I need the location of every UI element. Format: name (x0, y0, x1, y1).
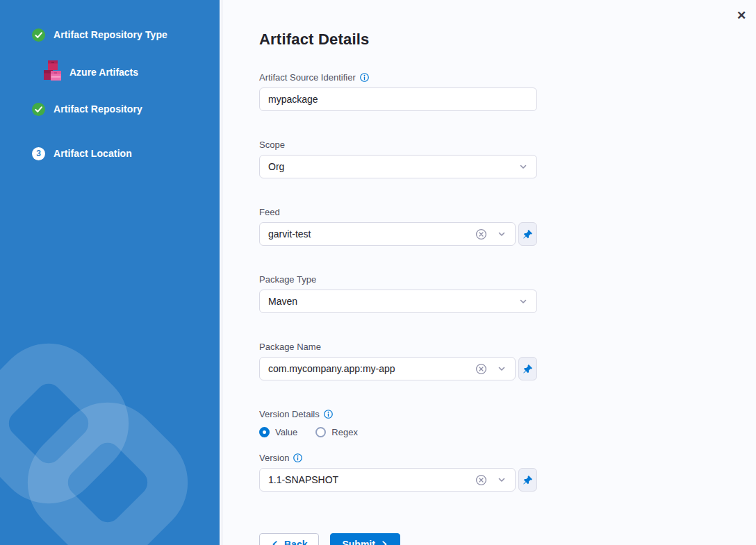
field-label: Package Name (259, 342, 321, 352)
field-label: Scope (259, 140, 285, 150)
field-scope: Scope Org (259, 140, 537, 178)
info-icon[interactable] (293, 453, 302, 462)
clear-icon[interactable] (475, 363, 487, 375)
scope-select[interactable]: Org (259, 155, 537, 178)
chevron-down-icon[interactable] (497, 364, 507, 374)
pin-button[interactable] (518, 222, 537, 246)
radio-label: Value (275, 427, 297, 437)
field-package-name: Package Name com.mycompany.app:my-app (259, 342, 537, 380)
field-version-details: Version Details Value Regex (259, 409, 537, 437)
sidebar-substep-label: Azure Artifacts (69, 67, 138, 78)
close-button[interactable]: ✕ (732, 7, 750, 25)
feed-value: garvit-test (268, 228, 475, 240)
harness-logo-watermark (0, 323, 220, 545)
field-package-type: Package Type Maven (259, 274, 537, 313)
chevron-down-icon[interactable] (518, 162, 528, 171)
back-button[interactable]: Back (259, 533, 319, 545)
pin-icon (523, 364, 533, 374)
info-icon[interactable] (360, 73, 369, 82)
field-label: Version Details (259, 409, 320, 419)
chevron-right-icon (380, 540, 388, 545)
check-icon (32, 28, 45, 42)
field-artifact-source-identifier: Artifact Source Identifier (259, 72, 537, 111)
artifact-source-identifier-input[interactable] (259, 87, 537, 111)
feed-select[interactable]: garvit-test (259, 222, 516, 246)
page-title: Artifact Details (259, 31, 756, 49)
sidebar-step-label: Artifact Repository Type (54, 29, 167, 40)
field-label: Version (259, 453, 289, 463)
version-value: 1.1-SNAPSHOT (268, 474, 475, 485)
pin-icon (523, 229, 533, 240)
package-name-select[interactable]: com.mycompany.app:my-app (259, 357, 516, 380)
pin-button[interactable] (518, 357, 537, 380)
sidebar-step-artifact-location[interactable]: 3 Artifact Location (0, 146, 220, 160)
version-select[interactable]: 1.1-SNAPSHOT (259, 468, 516, 492)
sidebar-substep-azure-artifacts[interactable]: Azure Artifacts (0, 59, 220, 85)
back-button-label: Back (284, 539, 307, 545)
sidebar-step-label: Artifact Location (54, 148, 132, 159)
clear-icon[interactable] (475, 228, 487, 240)
sidebar-step-artifact-repository[interactable]: Artifact Repository (0, 102, 220, 116)
step-number-badge: 3 (32, 147, 45, 160)
artifact-details-form: Artifact Source Identifier Scope Org (259, 72, 537, 545)
field-label: Artifact Source Identifier (259, 72, 356, 83)
scope-value: Org (268, 161, 518, 172)
wizard-sidebar: Artifact Repository Type (0, 0, 220, 545)
submit-button-label: Submit (342, 539, 375, 545)
radio-regex[interactable]: Regex (315, 427, 358, 437)
radio-label: Regex (331, 427, 358, 437)
artifact-wizard-modal: Artifact Repository Type (0, 0, 756, 545)
submit-button[interactable]: Submit (330, 533, 400, 545)
field-version: Version 1.1-SNAPSHOT (259, 453, 537, 492)
check-icon (32, 103, 45, 116)
radio-circle-icon (315, 427, 326, 437)
chevron-down-icon[interactable] (518, 296, 528, 306)
radio-value[interactable]: Value (259, 427, 297, 437)
pin-icon (523, 475, 533, 485)
pin-button[interactable] (518, 468, 537, 492)
package-type-select[interactable]: Maven (259, 290, 537, 313)
chevron-down-icon[interactable] (497, 475, 507, 485)
package-name-value: com.mycompany.app:my-app (268, 363, 475, 374)
sidebar-step-label: Artifact Repository (54, 103, 142, 115)
clear-icon[interactable] (475, 474, 487, 486)
chevron-down-icon[interactable] (497, 229, 507, 239)
radio-circle-icon (259, 427, 270, 437)
sidebar-step-artifact-repository-type[interactable]: Artifact Repository Type (0, 28, 220, 42)
field-label: Feed (259, 207, 280, 217)
package-type-value: Maven (268, 296, 518, 307)
wizard-footer: Back Submit (259, 533, 537, 545)
field-feed: Feed garvit-test (259, 207, 537, 246)
azure-artifacts-icon (43, 59, 63, 85)
chevron-left-icon (271, 540, 279, 545)
info-icon[interactable] (324, 410, 333, 419)
field-label: Package Type (259, 274, 316, 285)
artifact-details-panel: ✕ Artifact Details Artifact Source Ident… (222, 0, 756, 545)
